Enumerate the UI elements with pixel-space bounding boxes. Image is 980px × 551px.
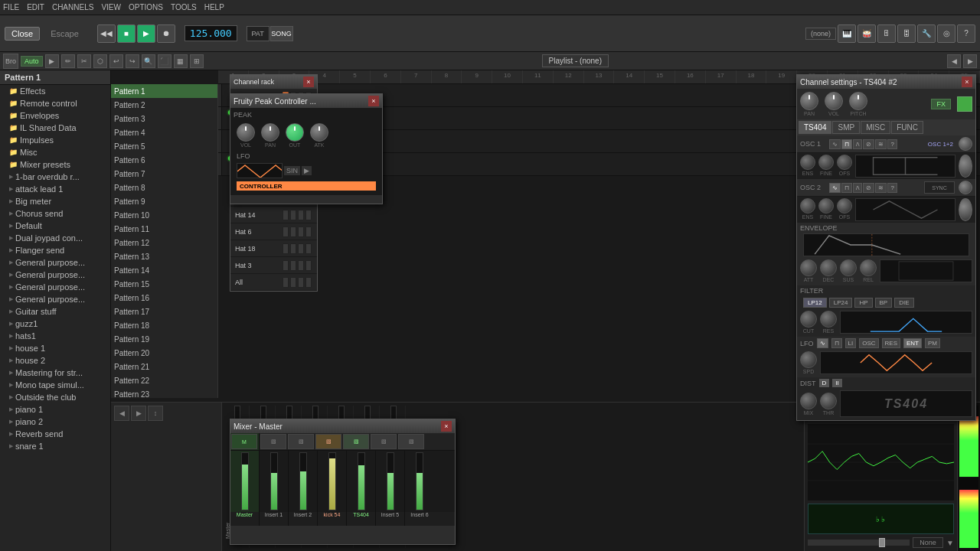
pattern-list-item-17[interactable]: Pattern 17 bbox=[111, 305, 217, 318]
osc2-btn2[interactable]: ⊓ bbox=[841, 183, 852, 193]
osc2-ofs-knob[interactable] bbox=[837, 198, 852, 214]
tb-icon7[interactable]: ? bbox=[957, 24, 975, 43]
toolbar-btn-2[interactable]: ✏ bbox=[61, 54, 75, 68]
pattern-list-item-9[interactable]: Pattern 9 bbox=[111, 194, 217, 208]
toolbar-btn-6[interactable]: ↪ bbox=[126, 54, 139, 68]
osc2-env-knob[interactable] bbox=[800, 198, 815, 214]
tb-icon5[interactable]: 🔧 bbox=[917, 24, 936, 43]
toolbar-btn-7[interactable]: 🔍 bbox=[142, 54, 155, 68]
menu-tools[interactable]: TOOLS bbox=[171, 3, 197, 11]
sidebar-item-impulses[interactable]: Impulses bbox=[0, 134, 110, 146]
pattern-list-item-12[interactable]: Pattern 12 bbox=[111, 236, 217, 249]
osc1-fine-knob[interactable] bbox=[818, 155, 834, 170]
osc1-btn5[interactable]: ≋ bbox=[875, 139, 887, 149]
transport-play[interactable]: ▶ bbox=[137, 24, 155, 43]
sidebar-item-hats1[interactable]: hats1 bbox=[0, 330, 110, 342]
pattern-list-item-8[interactable]: Pattern 8 bbox=[111, 181, 217, 194]
ts404-fader[interactable] bbox=[358, 452, 365, 510]
sidebar-item-guitar-stuff[interactable]: Guitar stuff bbox=[0, 305, 110, 318]
osc2-btn1[interactable]: ∿ bbox=[829, 183, 841, 193]
ch-knob-pan-ctrl[interactable] bbox=[800, 92, 818, 110]
osc1-env-knob[interactable] bbox=[800, 155, 815, 170]
filter-bp[interactable]: BP bbox=[875, 298, 893, 308]
tab-misc[interactable]: MISC bbox=[861, 121, 890, 134]
lfo-wave-sin[interactable]: ∿ bbox=[817, 338, 828, 348]
insert-4-slot[interactable]: ▧ bbox=[343, 434, 369, 449]
lfo-wave-sq[interactable]: ⊓ bbox=[831, 338, 842, 348]
master-out-fader[interactable] bbox=[808, 540, 910, 546]
toolbar-btn-4[interactable]: ⬡ bbox=[93, 54, 107, 68]
sidebar-item-dual-joypad-con...[interactable]: Dual joypad con... bbox=[0, 232, 110, 244]
none-dropdown[interactable]: None bbox=[913, 537, 943, 548]
sidebar-item-envelopes[interactable]: Envelopes bbox=[0, 109, 110, 122]
sidebar-item-reverb-send[interactable]: Reverb send bbox=[0, 428, 110, 440]
dist-thr-knob[interactable] bbox=[820, 393, 837, 409]
tab-smp[interactable]: SMP bbox=[832, 121, 860, 134]
filter-hp[interactable]: HP bbox=[854, 298, 872, 308]
song-mode-btn[interactable]: SONG bbox=[270, 26, 293, 41]
insert-1-slot[interactable]: ▧ bbox=[260, 434, 286, 449]
toolbar-scroll-right[interactable]: ▶ bbox=[963, 54, 977, 68]
tb-icon6[interactable]: ◎ bbox=[937, 24, 956, 43]
toolbar-btn-8[interactable]: ⬛ bbox=[158, 54, 172, 68]
close-button[interactable]: Close bbox=[5, 27, 40, 41]
toolbar-scroll-left[interactable]: ◀ bbox=[947, 54, 961, 68]
tab-ts404[interactable]: TS404 bbox=[799, 121, 831, 134]
peak-knob-4[interactable] bbox=[310, 123, 328, 142]
bottom-btn-3[interactable]: ↕ bbox=[148, 406, 163, 421]
osc2-btn6[interactable]: ? bbox=[887, 183, 897, 193]
sidebar-item-general-purpose...[interactable]: General purpose... bbox=[0, 281, 110, 293]
sidebar-item-piano-1[interactable]: piano 1 bbox=[0, 403, 110, 416]
osc1-btn1[interactable]: ∿ bbox=[829, 139, 841, 149]
seq-btn-Hat 3-0[interactable] bbox=[283, 260, 289, 271]
ch-knob-pitch-ctrl[interactable] bbox=[849, 92, 867, 110]
tb-icon1[interactable]: 🎹 bbox=[838, 24, 856, 43]
pattern-list-item-21[interactable]: Pattern 21 bbox=[111, 360, 217, 373]
sidebar-item-chorus-send[interactable]: Chorus send bbox=[0, 207, 110, 220]
pattern-list-item-6[interactable]: Pattern 6 bbox=[111, 153, 217, 167]
insert-2-fader[interactable] bbox=[299, 452, 307, 510]
sidebar-item-effects[interactable]: Effects bbox=[0, 85, 110, 97]
filter-lp12[interactable]: LP12 bbox=[803, 298, 827, 308]
bottom-btn-2[interactable]: ▶ bbox=[131, 406, 146, 421]
seq-btn-Hat 3-1[interactable] bbox=[290, 260, 296, 271]
pattern-list-item-18[interactable]: Pattern 18 bbox=[111, 318, 217, 332]
lfo-type-btn[interactable]: SIN bbox=[284, 166, 300, 175]
insert-2-slot[interactable]: ▧ bbox=[288, 434, 314, 449]
pattern-list-item-22[interactable]: Pattern 22 bbox=[111, 373, 217, 387]
seq-btn-Hat 14-2[interactable] bbox=[298, 210, 304, 220]
insert-6-fader[interactable] bbox=[416, 452, 423, 510]
insert-3-slot[interactable]: ▧ bbox=[315, 434, 341, 449]
pattern-list-item-1[interactable]: Pattern 1 bbox=[111, 84, 217, 98]
osc2-btn3[interactable]: /\ bbox=[853, 183, 862, 193]
transport-prev[interactable]: ◀◀ bbox=[97, 24, 116, 43]
sidebar-item-general-purpose...[interactable]: General purpose... bbox=[0, 293, 110, 305]
filter-die[interactable]: DIE bbox=[894, 298, 913, 308]
sidebar-item-attack-lead-1[interactable]: attack lead 1 bbox=[0, 183, 110, 195]
master-fader[interactable] bbox=[241, 452, 249, 510]
sidebar-item-house-1[interactable]: house 1 bbox=[0, 342, 110, 354]
osc2-btn5[interactable]: ≋ bbox=[875, 183, 887, 193]
mixer-close[interactable]: × bbox=[441, 421, 452, 432]
menu-help[interactable]: HELP bbox=[204, 3, 224, 11]
lfo-res-btn[interactable]: RES bbox=[882, 338, 900, 348]
ch-knob-vol-ctrl[interactable] bbox=[825, 92, 843, 110]
pattern-list-item-2[interactable]: Pattern 2 bbox=[111, 98, 217, 112]
fx-btn[interactable]: FX bbox=[931, 99, 951, 109]
pattern-list-item-11[interactable]: Pattern 11 bbox=[111, 222, 217, 236]
osc1-sync-knob[interactable] bbox=[959, 155, 972, 178]
sidebar-item-il-shared-data[interactable]: IL Shared Data bbox=[0, 122, 110, 134]
lfo-beat-btn[interactable]: LI bbox=[845, 338, 857, 348]
dist-mix-knob[interactable] bbox=[800, 393, 817, 409]
bottom-btn-1[interactable]: ◀ bbox=[114, 406, 129, 421]
seq-btn-Hat 3-2[interactable] bbox=[298, 260, 304, 271]
peak-knob-3[interactable] bbox=[286, 123, 304, 142]
env-sus-knob[interactable] bbox=[840, 259, 857, 276]
tb-icon4[interactable]: 🎛 bbox=[897, 24, 916, 43]
lfo-pm-btn[interactable]: PM bbox=[925, 338, 940, 348]
toolbar-btn-9[interactable]: ▦ bbox=[174, 54, 188, 68]
sidebar-item-1-bar-overdub-r...[interactable]: 1-bar overdub r... bbox=[0, 171, 110, 183]
env-dec-knob[interactable] bbox=[820, 259, 837, 276]
seq-btn-Hat 18-1[interactable] bbox=[290, 243, 296, 254]
peak-knob-1[interactable] bbox=[237, 123, 255, 142]
